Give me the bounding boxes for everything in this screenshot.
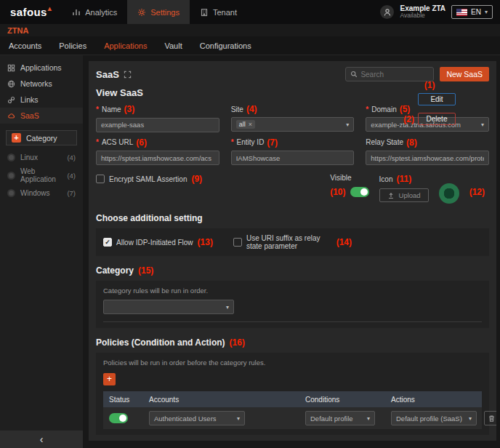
sidebar-item-saas[interactable]: SaaS [0,108,83,124]
topbar-user-area: Example ZTA Available EN ▾ [380,0,500,24]
safous-logo[interactable]: safous▴ [0,0,62,24]
site-select[interactable]: all× ▾ [231,117,355,132]
nav-tab-applications[interactable]: Applications [95,36,156,55]
delete-policy-button[interactable] [484,411,496,425]
visible-label: Visible [330,174,368,182]
top-tab-label: Settings [150,8,180,17]
category-count: (4) [67,153,76,161]
language-select[interactable]: EN ▾ [451,5,493,19]
category-item-windows[interactable]: Windows (7) [0,186,83,200]
icon-label: Icon [379,175,393,183]
policies-section-title: Policies (Condition and Action) (16) [96,337,489,348]
new-saas-button[interactable]: New SaaS [440,67,489,81]
sidebar-item-links[interactable]: Links [0,92,83,108]
category-dot-icon [7,189,15,197]
annotation-14: (14) [336,237,352,247]
search-icon [350,71,358,78]
visible-field: Visible (10) [330,174,368,197]
encrypt-saml-label: Encrypt SAML Assertion [109,175,187,183]
category-count: (4) [67,172,76,180]
user-info[interactable]: Example ZTA Available [400,4,445,20]
upload-icon [387,192,395,199]
visible-toggle[interactable] [350,187,369,197]
policy-condition-select[interactable]: Default profile▾ [305,411,375,425]
idp-initiated-checkbox[interactable] [103,238,112,247]
nav-tab-accounts[interactable]: Accounts [0,36,50,55]
annotation-3: (3) [124,104,135,114]
topbar: safous▴ Analytics Settings Tenant Exampl… [0,0,500,24]
search-input[interactable] [360,71,429,79]
site-tag: all× [236,120,255,129]
additional-settings-row: Allow IDP-Initiated Flow (13) Use URI su… [96,228,489,256]
col-actions: Actions [391,396,476,404]
policies-panel: Policies will be run in order before the… [96,353,489,435]
policy-action-select[interactable]: Default profile (SaaS)▾ [391,411,477,425]
chevron-down-icon: ▾ [367,415,370,422]
policy-status-toggle[interactable] [109,413,128,423]
name-input[interactable] [96,118,219,132]
col-conditions: Conditions [305,396,391,404]
category-item-web-application[interactable]: Web Application (4) [0,164,83,186]
category-label: Windows [20,189,50,197]
building-icon [200,8,209,17]
sidebar-item-networks[interactable]: Networks [0,76,83,92]
upload-button[interactable]: Upload [379,188,429,202]
annotation-15: (15) [138,265,153,276]
remove-tag-icon[interactable]: × [249,121,252,128]
sidebar-item-applications[interactable]: Applications [0,60,83,76]
delete-button[interactable]: Delete [418,113,456,125]
expand-icon[interactable] [124,71,132,79]
relay-state-input[interactable] [366,151,489,165]
add-category-button[interactable]: + Category [6,130,77,145]
sidebar-item-label: SaaS [20,111,39,120]
uri-suffix-checkbox[interactable] [233,238,242,247]
logo-accent-icon: ▴ [48,4,52,12]
nav-tab-configurations[interactable]: Configurations [191,36,260,55]
annotation-9: (9) [191,174,202,184]
saas-panel: SaaS New SaaS (1) Edit (2) Delete [89,61,496,441]
add-policy-button[interactable]: + [103,373,116,385]
chevron-down-icon: ▾ [346,121,349,128]
annotation-2: (2) [403,114,414,124]
policy-account-select[interactable]: Authenticated Users▾ [149,411,245,425]
acs-url-input[interactable] [96,151,219,165]
category-button-label: Category [26,134,57,143]
category-select[interactable]: ▾ [103,300,234,314]
nav-tab-vault[interactable]: Vault [156,36,190,55]
required-asterisk: * [96,105,99,113]
policy-table-header: Status Accounts Conditions Actions [103,391,482,407]
edit-button[interactable]: Edit [418,93,456,105]
required-asterisk: * [96,138,99,146]
chevron-left-icon: ‹ [40,433,44,445]
category-label: Linux [20,153,38,161]
entity-id-input[interactable] [231,151,355,165]
category-section-title: Category (15) [96,265,489,276]
chevron-down-icon: ▾ [481,121,484,128]
logo-text: safous [10,6,47,18]
chevron-down-icon: ▾ [485,9,488,15]
top-tab-label: Analytics [85,8,117,17]
user-avatar-icon[interactable] [380,5,394,19]
top-tab-settings[interactable]: Settings [127,0,190,24]
top-tab-tenant[interactable]: Tenant [190,0,247,24]
top-tab-analytics[interactable]: Analytics [62,0,127,24]
name-label: Name [102,105,121,113]
toggle-knob [119,415,126,422]
encrypt-saml-option: Encrypt SAML Assertion (9) [96,174,202,184]
annotation-4: (4) [246,104,257,114]
category-item-linux[interactable]: Linux (4) [0,151,83,164]
nav-tab-policies[interactable]: Policies [50,36,95,55]
saas-app-icon[interactable] [439,183,459,204]
chevron-down-icon: ▾ [237,415,240,422]
sidebar-collapse-button[interactable]: ‹ [0,431,83,448]
field-entity-id: *Entity ID(7) [231,137,355,166]
sidebar-item-label: Links [20,95,39,104]
panel-header: SaaS New SaaS [96,67,489,81]
encrypt-saml-checkbox[interactable] [96,175,105,183]
view-actions: (1) Edit (2) Delete [403,80,456,125]
link-icon [7,96,15,104]
annotation-16: (16) [230,337,245,348]
grid-icon [7,64,15,72]
field-relay-state: Relay State(8) [366,137,489,166]
icon-field: Icon(11) Upload [379,174,429,202]
